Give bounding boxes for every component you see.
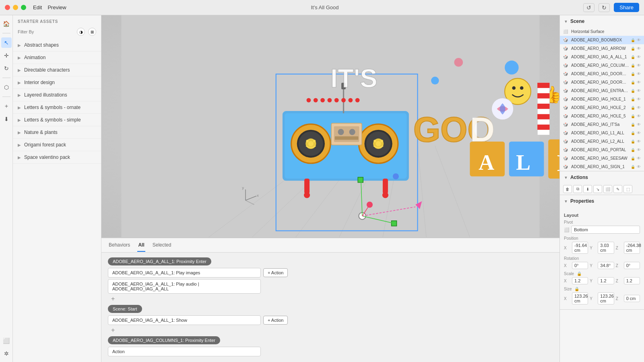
share-button[interactable]: Share [614,3,639,12]
eye-icon[interactable]: 👁 [637,114,641,118]
size-y-value[interactable]: 123.26 cm [598,292,614,304]
menu-edit[interactable]: Edit [33,4,42,10]
rot-x-value[interactable]: 0° [572,262,588,269]
scene-item-surface[interactable]: ⬜ Horizontal Surface [560,27,644,36]
undo-button[interactable]: ↺ [583,3,594,12]
scene-item-itsa[interactable]: 🎲 ADOBE_AERO_IAG_IT'Sa 🔒 👁 [560,120,644,129]
sidebar-item-origami[interactable]: ▶ Origami forest pack [13,139,101,151]
eye-icon[interactable]: 👁 [637,105,641,110]
bottom-tool-1[interactable]: ⬜ [1,335,12,346]
scale-z-value[interactable]: 1.2 [624,277,640,284]
eye-icon[interactable]: 👁 [637,165,641,169]
scene-item-doorwa1[interactable]: 🎲 ADOBE_AERO_IAG_DOORWA_ 🔒 👁 [560,70,644,78]
scene-item-hole5[interactable]: 🎲 ADOBE_AERO_IAG_HOLE_5 🔒 👁 [560,112,644,120]
edit-action-btn[interactable]: ✎ [613,185,622,193]
lock-icon[interactable]: 🔒 [631,114,635,118]
lock-icon[interactable]: 🔒 [631,80,635,84]
lock-icon[interactable]: 🔒 [631,148,635,152]
filter-circle-icon[interactable]: ◑ [77,28,85,36]
scale-y-value[interactable]: 1.2 [598,277,614,284]
group-action-btn[interactable]: ⬚ [623,185,632,193]
canvas-viewport[interactable]: IT'S GOO D 👍 [101,15,559,237]
tab-all[interactable]: All [137,239,145,252]
pos-z-value[interactable]: -264.38 cm [624,242,640,254]
scene-item-entrance[interactable]: 🎲 ADOBE_AERO_IAG_ENTRANCE 🔒 👁 [560,86,644,95]
actions-header[interactable]: ▼ Actions [560,171,644,183]
eye-icon[interactable]: 👁 [637,148,641,152]
lock-icon[interactable]: 🔒 [631,38,635,42]
lock-icon[interactable]: 🔒 [631,89,635,93]
add-tool[interactable]: ＋ [1,101,12,111]
sidebar-item-letters-simple[interactable]: ▶ Letters & symbols - simple [13,114,101,126]
lock-icon[interactable]: 🔒 [631,72,635,76]
filter-grid-icon[interactable]: ⊞ [88,28,96,36]
scene-item-arrow[interactable]: 🎲 ADOBE_AERO_IAG_ARROW 🔒 👁 [560,44,644,53]
home-tool[interactable]: 🏠 [1,19,12,29]
lock-icon[interactable]: 🔒 [631,55,635,59]
rotate-tool[interactable]: ↻ [1,63,12,74]
copy-action-btn[interactable]: ⧉ [573,185,582,193]
action-box-action[interactable]: Action [108,347,261,356]
size-x-value[interactable]: 123.26 cm [572,292,588,304]
add-action-btn-2[interactable]: + Action [263,316,288,325]
eye-icon[interactable]: 👁 [637,97,641,101]
download-action-btn[interactable]: ⬇ [583,185,592,193]
properties-header[interactable]: ▼ Properties [560,195,644,207]
add-behavior-icon-2[interactable]: + [108,327,553,334]
tab-behaviors[interactable]: Behaviors [108,239,131,252]
sidebar-item-layered[interactable]: ▶ Layered illustrations [13,89,101,101]
sidebar-item-animation[interactable]: ▶ Animation [13,51,101,64]
pivot-dropdown[interactable]: Bottom Center Top [571,226,640,234]
select-tool[interactable]: ↖ [1,37,12,48]
eye-icon[interactable]: 👁 [637,38,641,42]
lock-icon[interactable]: 🔒 [631,123,635,127]
pos-x-value[interactable]: -91.64 cm [572,242,588,254]
lock-size-icon[interactable]: 🔒 [574,287,579,291]
eye-icon[interactable]: 👁 [637,63,641,68]
download-tool[interactable]: ⬇ [1,114,12,124]
scene-item-boombox[interactable]: 🎲 ADOBE_AERO_BOOMBOX 🔒 👁 [560,36,644,44]
action-box-show[interactable]: ADOBE_AERO_IAG_A_ALL_1: Show [108,315,261,325]
action-box-play-images[interactable]: ADOBE_AERO_IAG_A_ALL_1: Play images [108,268,261,278]
scene-item-column[interactable]: 🎲 ADOBE_AERO_IAG_COLUMN_ 🔒 👁 [560,61,644,70]
maximize-button[interactable] [21,5,26,10]
minimize-button[interactable] [13,5,18,10]
scene-item-l2[interactable]: 🎲 ADOBE_AERO_IAG_L2_ALL 🔒 👁 [560,137,644,146]
scale-x-value[interactable]: 1.2 [572,277,588,284]
trigger-columns-proximity[interactable]: ADOBE_AERO_IAG_COLUMNS_1: Proximity Ente… [108,336,220,344]
sidebar-item-space[interactable]: ▶ Space valentino pack [13,151,101,164]
eye-icon[interactable]: 👁 [637,131,641,135]
shape-tool[interactable]: ⬡ [1,82,12,93]
size-z-value[interactable]: 0 cm [624,295,640,302]
lock-icon[interactable]: 🔒 [631,64,635,68]
scene-item-portal[interactable]: 🎲 ADOBE_AERO_IAG_PORTAL 🔒 👁 [560,146,644,154]
sidebar-item-directable[interactable]: ▶ Directable characters [13,64,101,76]
lock-icon[interactable]: 🔒 [631,106,635,110]
bottom-tool-2[interactable]: ✲ [1,348,12,359]
eye-icon[interactable]: 👁 [637,80,641,84]
add-action-btn-1[interactable]: + Action [263,268,288,277]
scene-item-l1[interactable]: 🎲 ADOBE_AERO_IAG_L1_ALL 🔒 👁 [560,129,644,137]
eye-icon[interactable]: 👁 [637,72,641,76]
scene-item-doorwa2[interactable]: 🎲 ADOBE_AERO_IAG_DOORWA_2 🔒 👁 [560,78,644,86]
menu-preview[interactable]: Preview [47,4,66,10]
lock-icon[interactable]: 🔒 [631,131,635,135]
action-box-play-audio[interactable]: ADOBE_AERO_IAG_A_ALL_1: Play audio | ADO… [108,279,261,294]
sidebar-item-interior[interactable]: ▶ Interior design [13,76,101,89]
trigger-proximity-enter-1[interactable]: ADOBE_AERO_IAG_A_ALL_1: Proximity Enter [108,257,211,265]
lock-scale-icon[interactable]: 🔒 [577,272,582,276]
lock-icon[interactable]: 🔒 [631,156,635,160]
eye-icon[interactable]: 👁 [637,46,641,51]
eye-icon[interactable]: 👁 [637,88,641,93]
redo-button[interactable]: ↻ [599,3,610,12]
lock-icon[interactable]: 🔒 [631,97,635,101]
scene-header[interactable]: ▼ Scene [560,15,644,27]
eye-icon[interactable]: 👁 [637,156,641,160]
pos-y-value[interactable]: 3.03 cm [598,242,614,254]
eye-icon[interactable]: 👁 [637,122,641,127]
scene-item-hole2[interactable]: 🎲 ADOBE_AERO_IAG_HOLE_2 🔒 👁 [560,103,644,112]
scene-item-seesaw[interactable]: 🎲 ADOBE_AERO_IAG_SEESAW 🔒 👁 [560,154,644,162]
sidebar-item-letters-ornate[interactable]: ▶ Letters & symbols - ornate [13,101,101,114]
scene-item-hole1[interactable]: 🎲 ADOBE_AERO_IAG_HOLE_1 🔒 👁 [560,95,644,103]
scene-item-a-all[interactable]: 🎲 ADOBE_AERO_IAG_A_ALL_1 🔒 👁 [560,53,644,61]
